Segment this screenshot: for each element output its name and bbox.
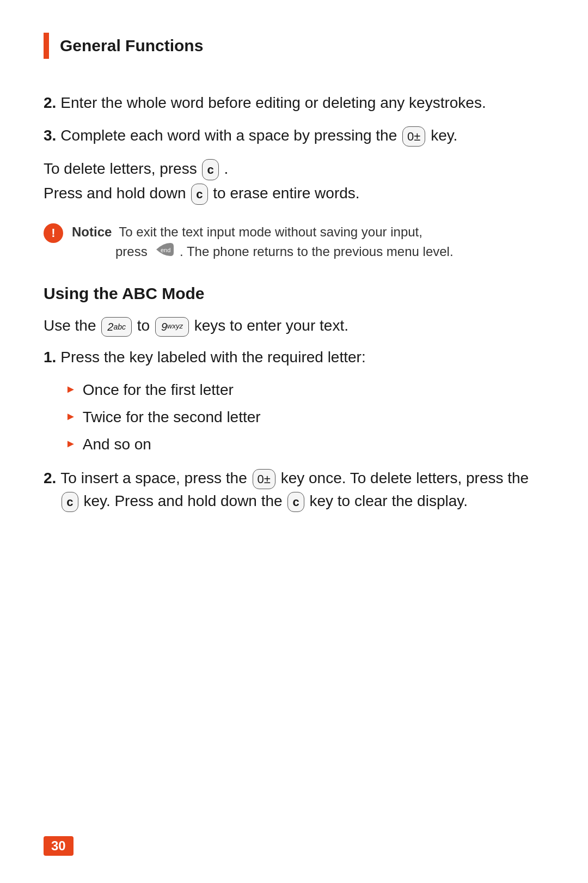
zero-plus-key-2: 0± xyxy=(253,469,275,489)
abc-step-1-text: Press the key labeled with the required … xyxy=(60,346,365,369)
c-key-2: c xyxy=(191,184,207,205)
notice-text: Notice To exit the text input mode witho… xyxy=(72,222,454,263)
step-number-3: 3. xyxy=(44,124,56,147)
step-2-item: 2. Enter the whole word before editing o… xyxy=(44,92,544,114)
content-section: 2. Enter the whole word before editing o… xyxy=(44,92,544,513)
bullet-arrow-3: ► xyxy=(65,435,76,452)
abc-step-2: 2. To insert a space, press the 0± key o… xyxy=(44,467,544,513)
list-item: ► Twice for the second letter xyxy=(65,406,544,429)
zero-plus-key-1: 0± xyxy=(402,126,425,147)
abc-step-number-2: 2. xyxy=(44,467,56,513)
step-3-item: 3. Complete each word with a space by pr… xyxy=(44,124,544,147)
bullet-text-2: Twice for the second letter xyxy=(83,406,261,429)
notice-content: To exit the text input mode without savi… xyxy=(72,224,454,259)
page-number: 30 xyxy=(44,836,74,856)
delete-instructions: To delete letters, press c . Press and h… xyxy=(44,157,544,206)
bullet-list: ► Once for the first letter ► Twice for … xyxy=(65,379,544,456)
abc-step-number-1: 1. xyxy=(44,346,56,369)
notice-icon: ! xyxy=(44,223,63,243)
page-header: General Functions xyxy=(44,33,544,59)
notice-icon-symbol: ! xyxy=(51,226,55,240)
c-key-1: c xyxy=(202,159,218,180)
step-2-text: Enter the whole word before editing or d… xyxy=(60,92,486,114)
back-key-icon: end xyxy=(153,242,174,257)
bullet-arrow-1: ► xyxy=(65,381,76,397)
notice-label: Notice xyxy=(72,224,112,239)
notice-box: ! Notice To exit the text input mode wit… xyxy=(44,222,544,263)
list-item: ► And so on xyxy=(65,433,544,456)
abc-step-1: 1. Press the key labeled with the requir… xyxy=(44,346,544,369)
list-item: ► Once for the first letter xyxy=(65,379,544,401)
step-3-text: Complete each word with a space by press… xyxy=(60,124,457,147)
c-key-4: c xyxy=(287,492,304,512)
section-title: General Functions xyxy=(60,36,203,55)
bullet-text-1: Once for the first letter xyxy=(83,379,234,401)
delete-line-2: Press and hold down c to erase entire wo… xyxy=(44,185,360,202)
c-key-3: c xyxy=(62,492,78,512)
svg-text:end: end xyxy=(161,247,170,253)
orange-accent-bar xyxy=(44,33,49,59)
abc-mode-title: Using the ABC Mode xyxy=(44,284,544,303)
bullet-arrow-2: ► xyxy=(65,408,76,424)
bullet-text-3: And so on xyxy=(83,433,151,456)
2abc-key: 2abc xyxy=(101,317,132,337)
delete-line-1: To delete letters, press c . xyxy=(44,160,228,177)
9wxyz-key: 9wxyz xyxy=(155,317,189,337)
abc-intro: Use the 2abc to 9wxyz keys to enter your… xyxy=(44,314,544,338)
step-number-2: 2. xyxy=(44,92,56,114)
abc-step-2-text: To insert a space, press the 0± key once… xyxy=(60,467,544,513)
